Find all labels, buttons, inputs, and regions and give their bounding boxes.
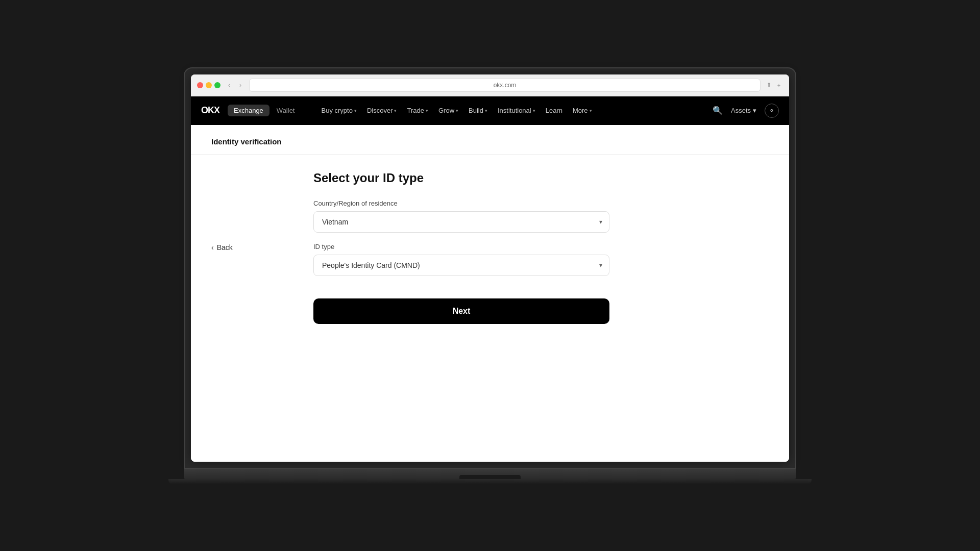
close-traffic-light[interactable] bbox=[197, 82, 203, 88]
share-icon[interactable]: ⬆ bbox=[765, 81, 773, 89]
back-button[interactable]: ‹ Back bbox=[211, 171, 313, 324]
url-text: okx.com bbox=[494, 82, 517, 89]
back-chevron-icon: ‹ bbox=[211, 243, 214, 252]
back-label: Back bbox=[217, 243, 233, 252]
country-label: Country/Region of residence bbox=[313, 199, 609, 207]
chevron-down-icon: ▾ bbox=[590, 108, 592, 113]
nav-grow-label: Grow bbox=[438, 107, 454, 114]
search-icon[interactable]: 🔍 bbox=[713, 106, 723, 115]
okx-logo-box: OKX Exchange Wallet bbox=[201, 105, 301, 116]
nav-institutional-label: Institutional bbox=[498, 107, 531, 114]
address-bar[interactable]: okx.com bbox=[249, 79, 761, 92]
nav-build-label: Build bbox=[469, 107, 483, 114]
chevron-down-icon: ▾ bbox=[354, 108, 357, 113]
nav-discover[interactable]: Discover ▾ bbox=[363, 104, 401, 117]
assets-chevron-icon: ▾ bbox=[753, 107, 756, 114]
id-type-select-wrapper: People's Identity Card (CMND) Passport D… bbox=[313, 255, 609, 276]
assets-label: Assets bbox=[731, 107, 751, 114]
page-title: Identity verification bbox=[211, 137, 769, 146]
chevron-down-icon: ▾ bbox=[485, 108, 487, 113]
assets-button[interactable]: Assets ▾ bbox=[731, 107, 756, 114]
chevron-down-icon: ▾ bbox=[394, 108, 397, 113]
nav-buy-crypto[interactable]: Buy crypto ▾ bbox=[317, 104, 360, 117]
chevron-down-icon: ▾ bbox=[533, 108, 535, 113]
nav-buy-crypto-label: Buy crypto bbox=[321, 107, 352, 114]
country-form-group: Country/Region of residence Vietnam Unit… bbox=[313, 199, 609, 233]
exchange-toggle-btn[interactable]: Exchange bbox=[228, 105, 270, 116]
content-area: ‹ Back Select your ID type Country/Regio… bbox=[211, 155, 769, 324]
minimize-traffic-light[interactable] bbox=[206, 82, 212, 88]
add-tab-icon[interactable]: + bbox=[775, 81, 783, 89]
browser-window: ‹ › okx.com ⬆ + OKX Exchange Wallet bbox=[191, 74, 789, 462]
browser-nav: ‹ › bbox=[225, 81, 245, 90]
laptop-base bbox=[168, 479, 812, 484]
id-type-label: ID type bbox=[313, 243, 609, 251]
next-button[interactable]: Next bbox=[313, 298, 609, 324]
okx-logo[interactable]: OKX bbox=[201, 105, 219, 116]
nav-more-label: More bbox=[573, 107, 588, 114]
nav-discover-label: Discover bbox=[367, 107, 393, 114]
page-content: Identity verification ‹ Back Select your… bbox=[191, 125, 789, 462]
exchange-wallet-toggle: Exchange Wallet bbox=[228, 105, 301, 116]
id-type-select[interactable]: People's Identity Card (CMND) Passport D… bbox=[313, 255, 609, 276]
traffic-lights bbox=[197, 82, 220, 88]
okx-navbar: OKX Exchange Wallet Buy crypto ▾ Discove… bbox=[191, 96, 789, 125]
chevron-down-icon: ▾ bbox=[456, 108, 458, 113]
nav-build[interactable]: Build ▾ bbox=[464, 104, 492, 117]
forward-nav-btn[interactable]: › bbox=[236, 81, 245, 90]
nav-trade[interactable]: Trade ▾ bbox=[403, 104, 432, 117]
back-nav-btn[interactable]: ‹ bbox=[225, 81, 234, 90]
form-area: Select your ID type Country/Region of re… bbox=[313, 171, 609, 324]
nav-learn-label: Learn bbox=[546, 107, 562, 114]
nav-links: Buy crypto ▾ Discover ▾ Trade ▾ Grow ▾ bbox=[317, 104, 702, 117]
laptop-screen: ‹ › okx.com ⬆ + OKX Exchange Wallet bbox=[184, 67, 796, 469]
nav-institutional[interactable]: Institutional ▾ bbox=[494, 104, 540, 117]
browser-chrome: ‹ › okx.com ⬆ + bbox=[191, 74, 789, 96]
nav-more[interactable]: More ▾ bbox=[569, 104, 596, 117]
country-select[interactable]: Vietnam United States United Kingdom Sin… bbox=[313, 211, 609, 233]
chevron-down-icon: ▾ bbox=[426, 108, 428, 113]
profile-icon[interactable]: ⚬ bbox=[765, 104, 779, 118]
country-select-wrapper: Vietnam United States United Kingdom Sin… bbox=[313, 211, 609, 233]
form-heading: Select your ID type bbox=[313, 171, 609, 185]
laptop-notch bbox=[459, 475, 521, 479]
nav-right: 🔍 Assets ▾ ⚬ bbox=[713, 104, 779, 118]
id-type-form-group: ID type People's Identity Card (CMND) Pa… bbox=[313, 243, 609, 276]
nav-trade-label: Trade bbox=[407, 107, 424, 114]
laptop-frame: ‹ › okx.com ⬆ + OKX Exchange Wallet bbox=[184, 67, 796, 484]
wallet-toggle-btn[interactable]: Wallet bbox=[271, 105, 301, 116]
nav-learn[interactable]: Learn bbox=[542, 104, 567, 117]
browser-actions: ⬆ + bbox=[765, 81, 783, 89]
maximize-traffic-light[interactable] bbox=[214, 82, 220, 88]
laptop-bottom bbox=[184, 469, 796, 479]
nav-grow[interactable]: Grow ▾ bbox=[434, 104, 462, 117]
